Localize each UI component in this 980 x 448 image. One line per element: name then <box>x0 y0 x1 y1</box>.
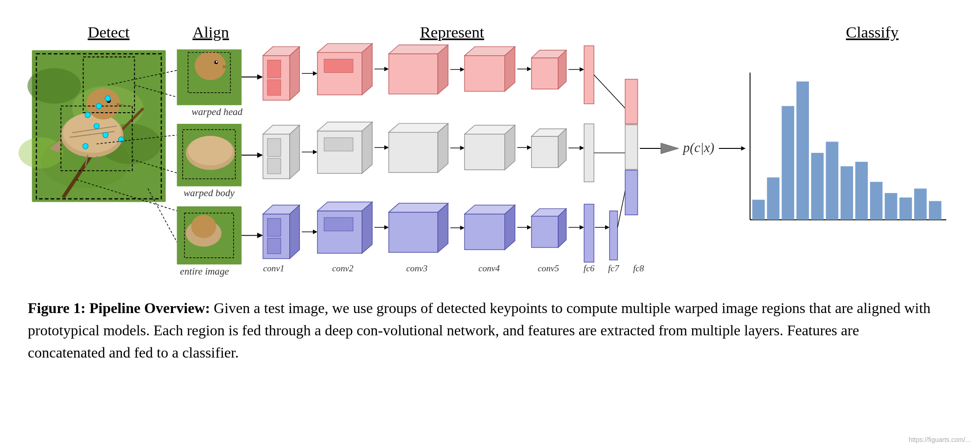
bar-9 <box>870 182 883 220</box>
conv4-head <box>465 47 515 91</box>
bar-1 <box>752 200 765 220</box>
svg-point-8 <box>63 113 121 153</box>
svg-rect-59 <box>531 136 558 167</box>
conv4-label: conv4 <box>478 263 500 273</box>
bar-2 <box>767 178 779 220</box>
conv2-label: conv2 <box>332 263 354 273</box>
svg-rect-74 <box>465 214 505 250</box>
svg-marker-73 <box>438 203 448 252</box>
keypoint-5 <box>103 132 108 138</box>
watermark: https://figuarts.com/... <box>909 436 971 443</box>
svg-rect-29 <box>267 60 281 77</box>
keypoint-2 <box>96 103 102 109</box>
diagram-wrapper: Detect Align Represent Classify <box>19 14 961 283</box>
conv5-head <box>531 50 566 89</box>
arrow-g1-2-tip <box>313 150 318 154</box>
svg-rect-48 <box>267 158 281 174</box>
svg-rect-77 <box>531 216 558 247</box>
svg-rect-31 <box>318 52 362 95</box>
arrow-p2-3-tip <box>384 67 389 71</box>
conv3-body <box>389 123 448 173</box>
svg-rect-56 <box>465 134 505 170</box>
svg-point-18 <box>195 51 226 80</box>
bar-13 <box>929 201 942 220</box>
svg-point-23 <box>188 136 233 166</box>
svg-marker-64 <box>290 205 299 258</box>
arrow-g4-5-tip <box>527 145 532 150</box>
svg-marker-51 <box>362 122 372 173</box>
align-header: Align <box>192 23 229 41</box>
bar-12 <box>914 189 927 220</box>
fc7-label: fc7 <box>608 263 620 273</box>
conv4-full <box>465 205 515 250</box>
svg-rect-67 <box>318 211 362 253</box>
conv1-full <box>263 205 299 258</box>
conv2-head <box>318 44 372 95</box>
bar-3 <box>782 106 794 220</box>
arrow-b4-5-tip <box>527 225 532 230</box>
bar-8 <box>855 162 868 220</box>
svg-rect-53 <box>389 132 438 173</box>
arrow-b2-3-tip <box>384 225 389 230</box>
bar-10 <box>885 193 897 220</box>
bar-7 <box>840 166 853 219</box>
main-container: Detect Align Represent Classify <box>0 0 980 373</box>
arrow-head-tip <box>257 74 263 80</box>
svg-point-25 <box>191 215 216 238</box>
svg-rect-35 <box>389 54 438 94</box>
bar-11 <box>899 198 912 220</box>
arrow-p4-5-tip <box>527 67 532 71</box>
fc6-head-bar <box>584 46 594 104</box>
bar-4 <box>796 82 809 220</box>
svg-rect-52 <box>324 138 353 151</box>
fc6-full-bar <box>584 204 594 262</box>
svg-rect-65 <box>267 218 281 236</box>
fc8-concat-pink <box>625 79 638 124</box>
conv1-body <box>263 125 299 179</box>
svg-rect-49 <box>318 131 362 173</box>
svg-marker-33 <box>362 44 372 95</box>
arrow-g3-4-tip <box>460 146 465 150</box>
warped-head-label: warped head <box>191 106 242 117</box>
entire-image-label: entire image <box>180 266 229 277</box>
svg-rect-41 <box>531 58 558 89</box>
svg-point-21 <box>216 61 217 63</box>
bar-5 <box>811 153 824 220</box>
conv2-body <box>318 122 372 173</box>
represent-header: Represent <box>420 23 484 41</box>
arrow-prob-chart-tip <box>741 146 746 151</box>
conv3-label: conv3 <box>406 263 427 273</box>
svg-marker-28 <box>290 47 299 100</box>
arrow-b1-2-tip <box>313 230 318 234</box>
svg-point-0 <box>27 68 81 104</box>
arrow-fat-tip <box>661 143 679 154</box>
keypoint-4 <box>94 123 100 129</box>
fc8-concat-blue <box>625 170 638 215</box>
arrow-b-fc6-fc7-tip <box>605 225 610 230</box>
fc6-body-bar <box>584 124 594 182</box>
keypoint-1 <box>105 96 111 101</box>
svg-point-4 <box>19 137 63 168</box>
conv5-label: conv5 <box>538 263 559 273</box>
fc8-concat-gray <box>625 125 638 169</box>
conv3-head <box>389 45 448 94</box>
svg-rect-70 <box>324 218 353 231</box>
line-fc6-head-concat <box>594 75 625 108</box>
prob-label: p(c|x) <box>682 140 714 155</box>
conv1-label: conv1 <box>263 263 284 273</box>
warped-body-label: warped body <box>184 187 235 198</box>
svg-point-9 <box>86 88 120 119</box>
conv2-full <box>318 202 372 253</box>
conv3-full <box>389 203 448 252</box>
arrow-b3-4-tip <box>460 225 465 230</box>
conv5-full <box>531 209 566 248</box>
svg-marker-37 <box>438 45 448 94</box>
svg-rect-71 <box>389 212 438 253</box>
svg-rect-38 <box>465 56 505 91</box>
classify-header: Classify <box>846 23 899 41</box>
svg-marker-55 <box>438 123 448 173</box>
fc8-label: fc8 <box>633 263 644 273</box>
detect-header: Detect <box>88 23 130 41</box>
line-fc7-full-concat <box>617 191 625 227</box>
svg-marker-46 <box>290 125 299 179</box>
